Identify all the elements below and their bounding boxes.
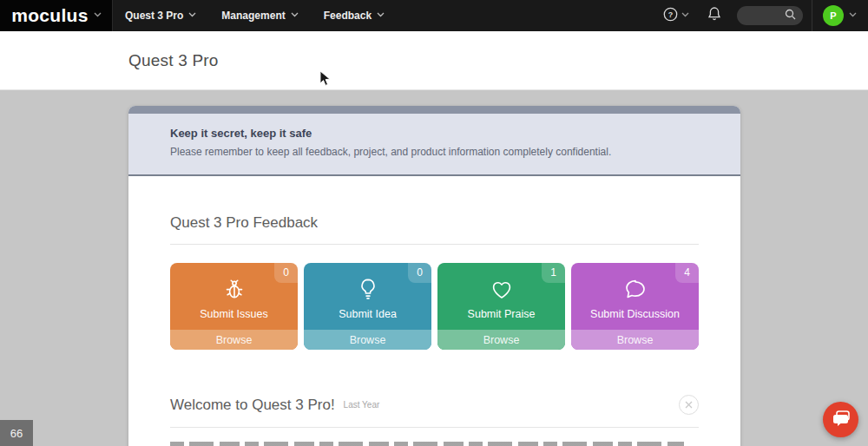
browse-praise-button[interactable]: Browse	[437, 330, 565, 350]
banner-top-strip	[128, 106, 740, 114]
feedback-card-submit-issues[interactable]: 0 Submit Issues Browse	[170, 263, 298, 350]
nav-divider	[812, 0, 812, 31]
nav-item-management[interactable]: Management	[221, 10, 297, 22]
chevron-down-icon	[681, 12, 688, 19]
feedback-section-heading: Quest 3 Pro Feedback	[170, 214, 699, 245]
card-label: Submit Discussion	[590, 308, 680, 320]
banner-title: Keep it secret, keep it safe	[170, 127, 699, 140]
nav-item-quest-3-pro[interactable]: Quest 3 Pro	[125, 10, 195, 22]
welcome-title: Welcome to Quest 3 Pro!	[170, 397, 335, 414]
nav-item-feedback[interactable]: Feedback	[324, 10, 384, 22]
banner-message: Please remember to keep all feedback, pr…	[170, 146, 699, 158]
clipped-post-text	[170, 442, 684, 446]
nav-item-label: Management	[221, 10, 285, 22]
avatar[interactable]: P	[823, 5, 844, 26]
nav-menu: Quest 3 Pro Management Feedback	[113, 0, 384, 31]
browse-issues-button[interactable]: Browse	[170, 330, 298, 350]
chat-bubble-icon	[622, 276, 648, 302]
chevron-down-icon	[377, 12, 384, 19]
browse-discussion-button[interactable]: Browse	[571, 330, 699, 350]
search-icon	[785, 8, 796, 23]
count-badge: 0	[274, 263, 298, 283]
nav-item-label: Quest 3 Pro	[125, 10, 183, 22]
card-label: Submit Praise	[468, 308, 536, 320]
help-button[interactable]: ?	[663, 7, 688, 25]
card-label: Submit Idea	[339, 308, 397, 320]
question-circle-icon: ?	[663, 7, 678, 25]
main-panel: Keep it secret, keep it safe Please reme…	[128, 106, 740, 446]
bug-icon	[221, 276, 247, 302]
page-header: Quest 3 Pro	[0, 31, 868, 90]
feedback-cards-row: 0 Submit Issues Browse 0	[170, 263, 699, 350]
chat-bubbles-icon	[832, 410, 851, 430]
welcome-section-heading: Welcome to Quest 3 Pro! Last Year	[170, 395, 699, 428]
count-badge: 0	[408, 263, 431, 283]
page-number-badge: 66	[0, 420, 33, 446]
card-label: Submit Issues	[200, 308, 268, 320]
count-badge: 1	[542, 263, 565, 283]
page-title: Quest 3 Pro	[128, 51, 219, 70]
chevron-down-icon	[291, 12, 298, 19]
user-menu-chevron-icon[interactable]	[849, 12, 856, 19]
feedback-card-submit-discussion[interactable]: 4 Submit Discussion Browse	[571, 263, 699, 350]
chevron-down-icon	[94, 12, 101, 19]
app-logo: moculus	[11, 5, 88, 26]
top-nav: moculus Quest 3 Pro Management Feedback	[0, 0, 868, 31]
confidentiality-banner: Keep it secret, keep it safe Please reme…	[128, 106, 740, 176]
lightbulb-icon	[355, 276, 381, 302]
heart-icon	[489, 276, 515, 302]
welcome-timestamp: Last Year	[344, 400, 380, 410]
feedback-section-title: Quest 3 Pro Feedback	[170, 214, 318, 232]
logo-menu[interactable]: moculus	[0, 0, 113, 31]
nav-item-label: Feedback	[324, 10, 372, 22]
browse-ideas-button[interactable]: Browse	[304, 330, 431, 350]
bell-icon	[707, 6, 721, 25]
chevron-down-icon	[188, 12, 195, 19]
nav-right-controls: ? P	[663, 0, 868, 31]
search-box[interactable]	[737, 6, 803, 25]
search-input[interactable]	[743, 10, 785, 21]
feedback-card-submit-idea[interactable]: 0 Submit Idea Browse	[304, 263, 431, 350]
count-badge: 4	[675, 263, 699, 283]
chat-widget-button[interactable]	[823, 402, 858, 437]
dismiss-welcome-button[interactable]	[679, 395, 699, 415]
svg-text:?: ?	[668, 10, 674, 19]
feedback-card-submit-praise[interactable]: 1 Submit Praise Browse	[437, 263, 565, 350]
notifications-button[interactable]	[707, 6, 721, 25]
